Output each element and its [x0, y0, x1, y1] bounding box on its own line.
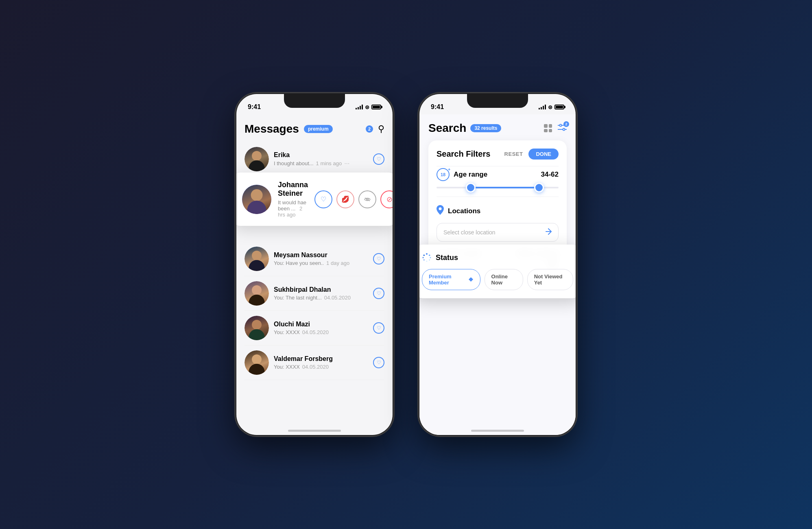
expanded-message-card[interactable]: Johanna Steiner It would hae been ... 2 …: [236, 173, 393, 226]
list-item[interactable]: Oluchi Mazi You: XXXX 04.05.2020 ♡: [244, 311, 384, 345]
preview-text: You: Have you seen..: [274, 260, 324, 266]
heart-button[interactable]: ♡: [373, 322, 384, 334]
johanna-avatar: [242, 185, 271, 214]
block-button[interactable]: ⊘: [380, 190, 393, 208]
kiss-button[interactable]: 💋: [336, 190, 354, 208]
heart-button[interactable]: ♡: [373, 153, 384, 165]
avatar-inner: [242, 185, 271, 214]
preview-text: I thought about...: [274, 160, 314, 166]
phone-search: 9:41 ⊜ Search 32 results: [418, 93, 577, 436]
message-time: 04.05.2020: [302, 329, 329, 335]
age-section: 18 + Age range 34-62: [437, 168, 559, 188]
hide-icon: [364, 197, 371, 201]
message-time: 1 mins ago: [316, 160, 342, 166]
time-2: 9:41: [431, 103, 444, 111]
avatar: [244, 316, 269, 340]
age-slider-thumb-max[interactable]: [534, 183, 544, 192]
avatar: [244, 247, 269, 271]
age-slider-thumb-min[interactable]: [466, 183, 476, 192]
filter-icon-wrap[interactable]: 2: [558, 124, 567, 133]
diamond-icon: ❖: [468, 276, 474, 283]
reset-button[interactable]: RESET: [504, 151, 523, 157]
search-title-group: Search 32 results: [428, 122, 501, 135]
message-info: Oluchi Mazi You: XXXX 04.05.2020: [269, 321, 373, 335]
meysam-avatar: [244, 247, 269, 271]
online-now-label: Online Now: [491, 273, 516, 286]
wifi-icon-2: ⊜: [548, 104, 552, 110]
search-title: Search: [428, 122, 466, 135]
status-icon: [422, 253, 432, 262]
avatar-head: [251, 189, 263, 201]
more-options[interactable]: ···: [344, 160, 349, 167]
message-list: Erika I thought about... 1 mins ago ··· …: [244, 142, 384, 380]
list-item[interactable]: Meysam Nassour You: Have you seen.. 1 da…: [244, 242, 384, 276]
done-button[interactable]: DONE: [528, 149, 559, 160]
avatar-head: [252, 151, 262, 161]
age-plus-icon: +: [448, 167, 450, 172]
not-viewed-label: Not Viewed Yet: [534, 273, 566, 286]
battery-fill: [373, 106, 380, 108]
min-age-label: 18: [441, 172, 445, 177]
heart-button[interactable]: ♡: [373, 357, 384, 368]
premium-member-button[interactable]: Premium Member ❖: [422, 269, 480, 290]
hide-button[interactable]: [358, 190, 376, 208]
expanded-info: Johanna Steiner It would hae been ... 2 …: [278, 181, 308, 218]
avatar-body: [249, 364, 265, 375]
svg-point-5: [563, 128, 565, 130]
battery-fill-2: [556, 106, 563, 108]
expanded-actions: ♡ 💋 ⊘ 🗑: [314, 190, 393, 208]
johanna-row: Johanna Steiner It would hae been ... 2 …: [244, 177, 384, 217]
list-item[interactable]: Sukhbirpal Dhalan You: The last night...…: [244, 276, 384, 311]
messages-content: Messages premium 2 ⚲: [236, 114, 393, 380]
status-card: Status Premium Member ❖ Online Now: [419, 245, 576, 298]
svg-point-3: [560, 124, 562, 126]
battery-icon-2: [554, 105, 564, 109]
not-viewed-button[interactable]: Not Viewed Yet: [527, 269, 573, 290]
expanded-preview: It would hae been ... 2 hrs ago: [278, 199, 308, 218]
location-input[interactable]: Select close location: [437, 223, 559, 242]
status-icons-2: ⊜: [539, 104, 564, 110]
like-button[interactable]: ♡: [314, 190, 332, 208]
location-pin-icon: [437, 205, 444, 217]
message-preview: You: Have you seen.. 1 day ago: [274, 260, 368, 266]
search-button[interactable]: ⚲: [378, 124, 384, 134]
online-now-button[interactable]: Online Now: [485, 269, 523, 290]
svg-point-7: [426, 253, 428, 255]
age-range-label: Age range: [454, 171, 487, 179]
svg-point-8: [429, 255, 430, 256]
signal-icon-2: [539, 105, 546, 109]
sukhbirpal-avatar: [244, 281, 269, 306]
message-time: 1 day ago: [326, 260, 349, 266]
wifi-icon: ⊜: [365, 104, 369, 110]
notch-2: [467, 94, 528, 108]
grid-view-icon[interactable]: [544, 124, 552, 132]
sender-name: Erika: [274, 151, 368, 159]
message-info: Erika I thought about... 1 mins ago ···: [269, 151, 373, 167]
signal-icon: [356, 105, 363, 109]
message-preview: You: The last night... 04.05.2020: [274, 295, 368, 301]
separator-2: [437, 197, 559, 197]
avatar-head: [252, 354, 262, 364]
phone-messages: 9:41 ⊜ Messages premium: [235, 93, 394, 436]
age-icon: 18 +: [437, 168, 450, 181]
messages-title: Messages: [244, 122, 299, 136]
expanded-name: Johanna Steiner: [278, 181, 308, 198]
svg-point-11: [426, 261, 427, 262]
svg-point-10: [429, 259, 430, 260]
location-title: Locations: [448, 207, 480, 215]
valdemar-avatar: [244, 350, 269, 375]
list-item[interactable]: Erika I thought about... 1 mins ago ··· …: [244, 142, 384, 177]
scene: 9:41 ⊜ Messages premium: [219, 77, 593, 452]
oluchi-avatar: [244, 316, 269, 340]
heart-button[interactable]: ♡: [373, 253, 384, 264]
age-range-value: 34-62: [541, 171, 559, 179]
avatar: [244, 147, 269, 171]
location-nav-icon: [545, 228, 552, 236]
preview-text: You: XXXX: [274, 364, 300, 370]
separator: [437, 166, 559, 166]
heart-button[interactable]: ♡: [373, 288, 384, 299]
avatar-head: [252, 285, 262, 295]
premium-member-label: Premium Member: [429, 273, 466, 286]
list-item[interactable]: Valdemar Forsberg You: XXXX 04.05.2020 ♡: [244, 345, 384, 380]
filter-title: Search Filters: [437, 149, 490, 159]
